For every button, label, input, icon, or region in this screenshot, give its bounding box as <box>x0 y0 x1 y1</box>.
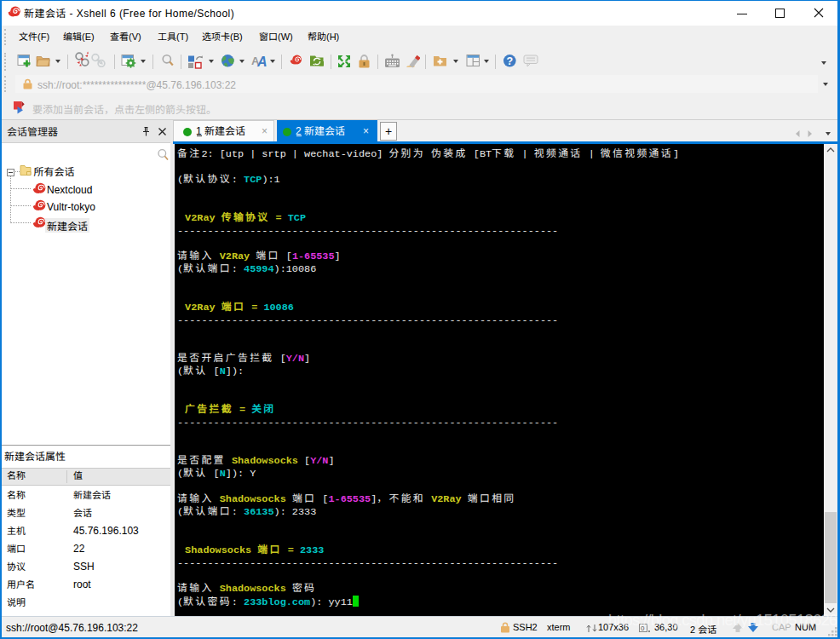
svg-text:A: A <box>256 55 267 68</box>
svg-text:?: ? <box>507 55 514 67</box>
